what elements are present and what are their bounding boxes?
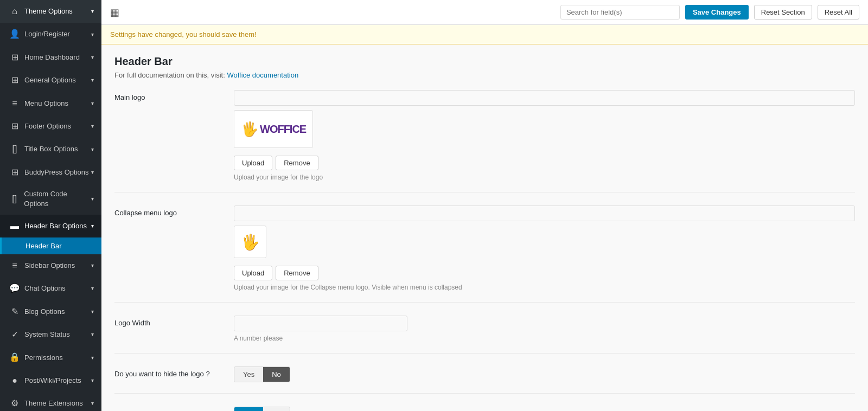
collapse-logo-remove-button[interactable]: Remove (276, 266, 318, 280)
logo-wordmark: WOFFICE (260, 123, 306, 136)
sidebar-item-header-bar-options[interactable]: ▬ Header Bar Options ▾ (0, 215, 101, 237)
sidebar-item-label: Theme Options (24, 7, 73, 16)
sidebar-item-general-options[interactable]: ⊞ General Options ▾ (0, 69, 101, 92)
field-label-logo-width: Logo Width (114, 316, 234, 327)
search-icon-no-button[interactable]: No (263, 407, 290, 411)
field-label-hide-logo: Do you want to hide the logo ? (114, 367, 234, 378)
chat-icon: 💬 (9, 282, 20, 294)
field-search-icon: Search icon in the menu ? Yes No Do you … (114, 407, 855, 411)
chevron-icon: ▾ (91, 285, 94, 292)
sidebar-item-login-register[interactable]: 👤 Login/Register ▾ (0, 23, 101, 46)
chevron-icon: ▾ (91, 8, 94, 15)
field-main-logo: Main logo https://celesmarketing.instawp… (114, 90, 855, 192)
field-control-logo-width: 180 A number please (234, 316, 855, 342)
sidebar-item-label: Menu Options (24, 99, 68, 108)
field-label-collapse-logo: Collapse menu logo (114, 206, 234, 217)
chevron-icon: ▾ (91, 123, 94, 130)
sidebar-item-footer-options[interactable]: ⊞ Footer Options ▾ (0, 115, 101, 138)
gear-icon: ⚙ (9, 397, 20, 409)
sidebar-item-title-box-options[interactable]: [] Title Box Options ▾ (0, 138, 101, 160)
sidebar-item-label: Post/Wiki/Projects (24, 376, 81, 386)
sidebar-item-post-wiki-projects[interactable]: ● Post/Wiki/Projects ▾ (0, 369, 101, 392)
sidebar-item-label: Permissions (24, 353, 63, 363)
sidebar-item-system-status[interactable]: ✓ System Status ▾ (0, 323, 101, 346)
reset-all-button[interactable]: Reset All (818, 5, 859, 20)
chevron-icon: ▾ (91, 54, 94, 61)
collapse-logo-upload-button[interactable]: Upload (234, 266, 272, 280)
section-title: Header Bar (114, 55, 855, 68)
sidebar-item-buddypress-options[interactable]: ⊞ BuddyPress Options ▾ (0, 161, 101, 184)
search-icon-yes-button[interactable]: Yes (234, 407, 263, 411)
chevron-icon: ▾ (91, 100, 94, 107)
field-control-hide-logo: Yes No (234, 367, 855, 382)
sidebar-sub-item-label: Header Bar (25, 242, 61, 250)
chevron-icon: ▾ (91, 377, 94, 384)
sidebar-item-label: Blog Options (24, 307, 65, 317)
collapse-logo-buttons: Upload Remove (234, 266, 855, 280)
logo-width-input[interactable]: 180 (234, 316, 407, 331)
field-hide-logo: Do you want to hide the logo ? Yes No (114, 367, 855, 394)
sidebar-item-permissions[interactable]: 🔒 Permissions ▾ (0, 346, 101, 369)
search-input[interactable] (560, 5, 680, 20)
sidebar-item-label: System Status (24, 330, 70, 339)
chevron-icon: ▾ (91, 195, 94, 203)
doc-link-row: For full documentation on this, visit: W… (114, 71, 855, 79)
chevron-icon: ▾ (91, 169, 94, 176)
sidebar-item-sidebar-options[interactable]: ≡ Sidebar Options ▾ (0, 254, 101, 277)
sidebar-item-label: Login/Register (24, 29, 70, 39)
content-area: Header Bar For full documentation on thi… (101, 44, 868, 411)
menu-icon: ≡ (9, 98, 20, 110)
sidebar-item-theme-options[interactable]: ⌂ Theme Options ▾ (0, 0, 101, 23)
sidebar-item-label: Custom Code Options (24, 189, 91, 209)
chevron-icon: ▾ (91, 76, 94, 84)
layout-icon: ▦ (110, 7, 119, 18)
save-button[interactable]: Save Changes (685, 5, 749, 20)
sidebar-item-menu-options[interactable]: ≡ Menu Options ▾ (0, 92, 101, 115)
sidebar-item-custom-code-options[interactable]: [] Custom Code Options ▾ (0, 184, 101, 214)
collapse-logo-hint: Upload your image for the Collapse menu … (234, 284, 855, 291)
code-icon: [] (9, 193, 20, 205)
hide-logo-toggle: Yes No (234, 367, 290, 382)
main-panel: ▦ Save Changes Reset Section Reset All S… (101, 0, 868, 411)
collapse-logo-input[interactable]: https://celesmarketing.instawp.xyz/wp-co… (234, 206, 855, 221)
chevron-icon: ▾ (91, 31, 94, 38)
header-icon: ▬ (9, 220, 20, 232)
main-logo-preview: 🖐 WOFFICE (234, 110, 313, 148)
sidebar: ⌂ Theme Options ▾ 👤 Login/Register ▾ ⊞ H… (0, 0, 101, 411)
sidebar-item-theme-extensions[interactable]: ⚙ Theme Extensions ▾ (0, 392, 101, 411)
sidebar-item-blog-options[interactable]: ✎ Blog Options ▾ (0, 300, 101, 323)
settings-notice: Settings have changed, you should save t… (101, 25, 868, 44)
hide-logo-no-button[interactable]: No (263, 367, 290, 382)
sidebar-item-chat-options[interactable]: 💬 Chat Options ▾ (0, 277, 101, 300)
main-logo-input[interactable]: https://celesmarketing.instawp.xyz/wp-co… (234, 90, 855, 106)
field-control-search-icon: Yes No Do you want to show the seacrh ic… (234, 407, 855, 411)
grid-icon: ⊞ (9, 74, 20, 86)
dot-icon: ● (9, 375, 20, 387)
main-logo-upload-button[interactable]: Upload (234, 156, 272, 170)
sidebar-sub-item-header-bar[interactable]: Header Bar (0, 237, 101, 254)
reset-section-button[interactable]: Reset Section (754, 5, 812, 20)
sidebar-item-label: Chat Options (24, 284, 66, 293)
notice-text: Settings have changed, you should save t… (110, 30, 257, 38)
user-icon: 👤 (9, 28, 20, 40)
topbar: ▦ Save Changes Reset Section Reset All (101, 0, 868, 25)
chevron-icon: ▾ (91, 400, 94, 407)
field-label-search-icon: Search icon in the menu ? (114, 407, 234, 411)
collapse-logo-preview: 🖐 (234, 226, 266, 258)
doc-link[interactable]: Woffice documentation (227, 71, 298, 79)
hide-logo-yes-button[interactable]: Yes (234, 367, 263, 382)
chevron-icon: ▾ (91, 222, 94, 230)
blog-icon: ✎ (9, 306, 20, 318)
grid-icon: ⊞ (9, 120, 20, 132)
grid-icon: ⊞ (9, 166, 20, 178)
sidebar-icon: ≡ (9, 260, 20, 272)
main-logo-remove-button[interactable]: Remove (276, 156, 318, 170)
chevron-icon: ▾ (91, 354, 94, 362)
sidebar-item-home-dashboard[interactable]: ⊞ Home Dashboard ▾ (0, 46, 101, 69)
sidebar-item-label: Title Box Options (24, 144, 78, 154)
collapse-logo-icon: 🖐 (241, 233, 260, 251)
field-control-main-logo: https://celesmarketing.instawp.xyz/wp-co… (234, 90, 855, 181)
sidebar-item-label: BuddyPress Options (24, 168, 89, 177)
sidebar-item-label: Theme Extensions (24, 399, 83, 408)
field-logo-width: Logo Width 180 A number please (114, 316, 855, 354)
